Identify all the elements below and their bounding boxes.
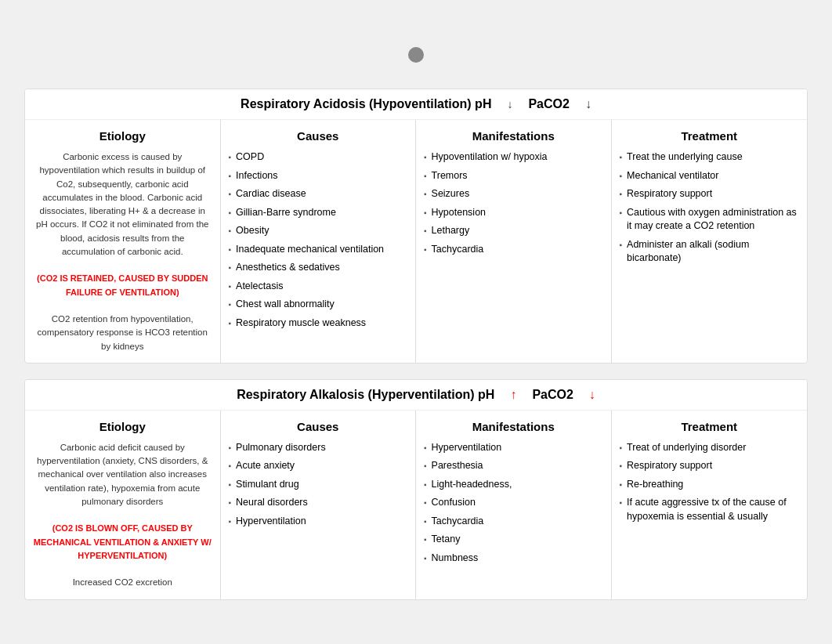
list-item: Stimulant drug (229, 478, 408, 492)
acidosis-treatment-list: Treat the underlying causeMechanical ven… (620, 150, 800, 266)
alkalosis-etiology-red: (CO2 IS BLOWN OFF, CAUSED BY MECHANICAL … (34, 523, 212, 560)
alkalosis-paco2-arrow: ↓ (589, 388, 595, 402)
list-item: Hyperventilation (229, 515, 408, 529)
list-item: Obesity (229, 224, 408, 238)
acidosis-treatment-col: Treatment Treat the underlying causeMech… (612, 120, 808, 363)
acidosis-etiology-red: (CO2 IS RETAINED, CAUSED BY SUDDEN FAILU… (37, 273, 208, 296)
list-item: Numbness (424, 552, 603, 566)
list-item: Respiratory muscle weakness (229, 317, 408, 331)
list-item: Respiratory support (620, 459, 800, 473)
list-item: Lethargy (424, 224, 603, 238)
list-item: Cardiac disease (229, 187, 408, 201)
acidosis-manifestations-header: Manifestations (424, 129, 603, 143)
acidosis-treatment-header: Treatment (620, 129, 800, 143)
list-item: Re-breathing (620, 478, 800, 492)
acidosis-causes-list: COPDInfectionsCardiac diseaseGillian-Bar… (229, 150, 408, 330)
list-item: Gillian-Barre syndrome (229, 206, 408, 220)
list-item: Chest wall abnormality (229, 298, 408, 312)
acidosis-manifestations-list: Hypoventilation w/ hypoxiaTremorsSeizure… (424, 150, 603, 256)
alkalosis-manifestations-list: HyperventilationParesthesiaLight-headedn… (424, 441, 603, 566)
list-item: Atelectasis (229, 280, 408, 294)
list-item: Anesthetics & sedatives (229, 261, 408, 275)
acidosis-causes-col: Causes COPDInfectionsCardiac diseaseGill… (221, 120, 417, 363)
list-item: Cautious with oxygen administration as i… (620, 206, 800, 233)
acidosis-etiology-footer: CO2 retention from hypoventilation, comp… (38, 314, 208, 351)
acidosis-etiology-col: Etiology Carbonic excess is caused by hy… (25, 120, 221, 363)
alkalosis-etiology-header: Etiology (33, 420, 212, 433)
list-item: Administer an alkali (sodium bicarbonate… (620, 238, 800, 266)
list-item: Tetany (424, 533, 603, 547)
alkalosis-etiology-body: Carbonic acid deficit caused by hyperven… (33, 441, 212, 590)
alkalosis-ph-arrow: ↑ (510, 388, 516, 402)
acidosis-ph-arrow: ↓ (507, 98, 512, 110)
list-item: Pulmonary disorders (229, 441, 408, 455)
alkalosis-causes-col: Causes Pulmonary disordersAcute anxietyS… (221, 411, 417, 599)
list-item: Tachycardia (424, 243, 603, 257)
list-item: Hypotension (424, 206, 603, 220)
list-item: Mechanical ventilator (620, 169, 800, 183)
alkalosis-card: Respiratory Alkalosis (Hyperventilation)… (24, 379, 808, 600)
list-item: Infections (229, 169, 408, 183)
acidosis-etiology-text: Carbonic excess is caused by hypoventila… (36, 152, 209, 256)
acidosis-manifestations-col: Manifestations Hypoventilation w/ hypoxi… (416, 120, 612, 363)
logo-icon (408, 47, 424, 63)
alkalosis-treatment-header: Treatment (620, 420, 800, 433)
alkalosis-etiology-footer: Increased CO2 excretion (73, 577, 172, 587)
acidosis-title: Respiratory Acidosis (Hypoventilation) p… (241, 97, 491, 111)
list-item: Hyperventilation (424, 441, 603, 455)
alkalosis-manifestations-col: Manifestations HyperventilationParesthes… (416, 411, 612, 599)
acidosis-etiology-body: Carbonic excess is caused by hypoventila… (33, 150, 212, 353)
alkalosis-treatment-list: Treat of underlying disorderRespiratory … (620, 441, 800, 524)
list-item: Neural disorders (229, 496, 408, 510)
list-item: Inadequate mechanical ventilation (229, 243, 408, 257)
alkalosis-etiology-text: Carbonic acid deficit caused by hyperven… (37, 443, 208, 506)
logo-area (24, 47, 808, 65)
list-item: Light-headedness, (424, 478, 603, 492)
alkalosis-treatment-col: Treatment Treat of underlying disorderRe… (612, 411, 808, 599)
acidosis-paco2-label: PaCO2 (528, 97, 569, 111)
page-container: Respiratory Acidosis (Hypoventilation) p… (24, 16, 808, 600)
list-item: Tachycardia (424, 515, 603, 529)
acidosis-title-row: Respiratory Acidosis (Hypoventilation) p… (25, 89, 807, 120)
list-item: Confusion (424, 496, 603, 510)
alkalosis-grid: Etiology Carbonic acid deficit caused by… (25, 411, 807, 599)
list-item: Seizures (424, 187, 603, 201)
list-item: Acute anxiety (229, 459, 408, 473)
acidosis-causes-header: Causes (229, 129, 408, 143)
acidosis-card: Respiratory Acidosis (Hypoventilation) p… (24, 89, 808, 364)
acidosis-ph-indicator: ↓ (507, 98, 512, 110)
list-item: Respiratory support (620, 187, 800, 201)
alkalosis-causes-header: Causes (229, 420, 408, 433)
acidosis-etiology-header: Etiology (33, 129, 212, 143)
alkalosis-causes-list: Pulmonary disordersAcute anxietyStimulan… (229, 441, 408, 529)
acidosis-grid: Etiology Carbonic excess is caused by hy… (25, 120, 807, 363)
list-item: COPD (229, 150, 408, 165)
list-item: If acute aggressive tx of the cause of h… (620, 496, 800, 523)
list-item: Treat of underlying disorder (620, 441, 800, 455)
alkalosis-manifestations-header: Manifestations (424, 420, 603, 433)
list-item: Hypoventilation w/ hypoxia (424, 150, 603, 165)
alkalosis-paco2-label: PaCO2 (532, 388, 573, 402)
list-item: Tremors (424, 169, 603, 183)
alkalosis-etiology-col: Etiology Carbonic acid deficit caused by… (25, 411, 221, 599)
list-item: Treat the underlying cause (620, 150, 800, 165)
alkalosis-title: Respiratory Alkalosis (Hyperventilation)… (237, 388, 494, 402)
acidosis-paco2-arrow: ↓ (585, 97, 591, 111)
alkalosis-title-row: Respiratory Alkalosis (Hyperventilation)… (25, 380, 807, 411)
list-item: Paresthesia (424, 459, 603, 473)
